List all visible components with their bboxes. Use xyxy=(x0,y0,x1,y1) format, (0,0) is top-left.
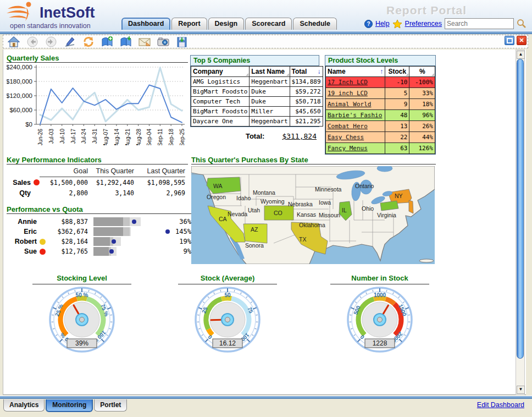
report-portal-window: InetSoft open standards innovation Repor… xyxy=(0,0,532,417)
product-link[interactable]: Easy Chess xyxy=(328,134,364,141)
product-link[interactable]: Fancy Menus xyxy=(328,145,368,152)
product-link[interactable]: 19 inch LCD xyxy=(328,90,368,97)
header-divider xyxy=(0,31,532,34)
bottom-divider xyxy=(0,396,532,399)
map-label-utah: Utah xyxy=(248,207,260,213)
performance-percent: 145% xyxy=(170,228,191,235)
kpi-col-goal: Goal xyxy=(40,166,88,177)
scroll-down-button[interactable]: ▼ xyxy=(517,386,525,394)
table-row: Combat Hero1326% xyxy=(326,121,435,132)
kpi-value: $1,292,440 xyxy=(88,179,134,186)
map-label-ca: CA xyxy=(219,216,227,222)
maximize-button[interactable] xyxy=(505,36,514,45)
tab-scorecard[interactable]: Scorecard xyxy=(245,18,292,30)
tab-design[interactable]: Design xyxy=(208,18,245,30)
top5-total-row: Total: $311,824 xyxy=(190,132,317,140)
refresh-icon[interactable] xyxy=(82,36,95,48)
top5-header-2[interactable]: Total↓ xyxy=(290,67,323,77)
bullet-marker xyxy=(112,239,116,244)
scroll-up-button[interactable]: ▲ xyxy=(517,51,525,59)
product-link[interactable]: Combat Hero xyxy=(328,123,368,130)
edit-dashboard-link[interactable]: Edit Dashboard xyxy=(477,401,524,409)
back-icon[interactable] xyxy=(26,36,38,48)
close-button[interactable]: ✕ xyxy=(517,36,527,45)
snapshot-icon[interactable] xyxy=(157,36,169,48)
performance-name: Annie xyxy=(7,218,37,226)
stock-header-1[interactable]: Stock xyxy=(385,67,409,77)
map-label-il: IL xyxy=(342,207,347,213)
performance-value: $12,765 xyxy=(48,248,88,255)
performance-value: $362,674 xyxy=(48,228,88,235)
dashboard-tab-analytics[interactable]: Analytics xyxy=(3,399,45,411)
tab-dashboard[interactable]: Dashboard xyxy=(121,18,170,30)
performance-row: Eric$362,674145% xyxy=(7,227,191,237)
sort-corner-icon xyxy=(246,73,248,76)
product-link[interactable]: 17 Inch LCD xyxy=(328,79,368,86)
sort-asc-icon[interactable]: ↑ xyxy=(380,68,383,75)
map-label-minnesota: Minnesota xyxy=(315,186,342,193)
performance-name: Eric xyxy=(7,228,37,235)
product-link[interactable]: Barbie's Fashio xyxy=(328,112,382,119)
table-row: Daycare OneHeggenbart$21,295 xyxy=(191,117,323,127)
add-bookmark-icon[interactable] xyxy=(101,36,113,48)
kpi-value: 2,969 xyxy=(134,189,185,197)
stocking-level-gauge-panel: Stocking Level0 %25 %50 %75 %100 %39% xyxy=(32,274,131,360)
us-map[interactable]: WAOregonIdahoMontanaWyomingNevadaUtahCOC… xyxy=(191,166,435,264)
search-input[interactable] xyxy=(445,18,514,29)
gauge-dial: 025507510016.12 xyxy=(192,286,263,358)
sort-corner-icon xyxy=(431,73,434,76)
dashboard-tab-portlet[interactable]: Portlet xyxy=(94,399,127,411)
home-icon[interactable] xyxy=(8,36,20,48)
vertical-scrollbar[interactable]: ▲ ▼ xyxy=(516,50,525,395)
sort-corner-icon xyxy=(406,73,408,76)
scrollbar-thumb[interactable] xyxy=(517,59,524,359)
performance-percent: 9% xyxy=(170,248,191,255)
preferences-star-icon[interactable] xyxy=(392,19,402,29)
gauge-value: 1228 xyxy=(373,339,387,347)
table-row: AMG LogisticsHeggenbart$134,889 xyxy=(191,77,323,87)
state-wa[interactable] xyxy=(207,177,241,194)
email-icon[interactable] xyxy=(138,36,151,48)
performance-status xyxy=(37,249,48,255)
sort-desc-icon[interactable]: ↓ xyxy=(318,68,321,75)
search-icon[interactable] xyxy=(517,19,527,29)
help-link[interactable]: Help xyxy=(375,20,390,28)
kpi-row: Sales$1,500,000$1,292,440$1,098,595 xyxy=(7,177,188,188)
map-label-ohio: Ohio xyxy=(362,205,374,212)
portal-tabs: DashboardReportDesignScorecardSchedule xyxy=(121,18,338,31)
save-bookmark-icon[interactable] xyxy=(120,36,132,48)
preferences-link[interactable]: Preferences xyxy=(405,20,442,28)
top5-total-value[interactable]: $311,824 xyxy=(282,132,317,140)
forward-icon[interactable] xyxy=(45,36,57,48)
performance-percent: 19% xyxy=(170,238,191,245)
map-label-iowa: Iowa xyxy=(319,199,331,206)
table-row: BigMart FoodstoMiller$45,650 xyxy=(191,107,323,117)
state-nj[interactable] xyxy=(409,200,413,213)
performance-row: Sue$12,7659% xyxy=(7,246,191,256)
top5-companies-panel: Top 5 Companies CompanyLast NameTotal↓AM… xyxy=(190,55,319,127)
kpi-col-last-quarter: Last Quarter xyxy=(134,166,185,177)
svg-text:?: ? xyxy=(367,21,370,27)
product-link[interactable]: Animal World xyxy=(328,101,371,108)
table-row: Computer TechDuke$50,718 xyxy=(191,97,323,107)
svg-text:Sep-11: Sep-11 xyxy=(157,129,163,145)
performance-value: $88,837 xyxy=(48,218,88,226)
top5-header-0[interactable]: Company xyxy=(191,67,250,77)
bullet-chart xyxy=(93,237,170,246)
help-icon[interactable]: ? xyxy=(364,20,373,28)
table-row: BigMart FoodstoDuke$59,272 xyxy=(191,87,323,97)
gauge-dial: 0 %25 %50 %75 %100 %39% xyxy=(47,286,117,358)
annotate-icon[interactable] xyxy=(64,36,76,48)
top5-companies-title: Top 5 Companies xyxy=(191,56,319,66)
dashboard-content: Quarterly Sales $0$60,000$120,000$180,00… xyxy=(3,50,526,395)
stock-header-2[interactable]: % xyxy=(409,67,435,77)
save-icon[interactable] xyxy=(176,36,188,48)
stock-header-0[interactable]: Name↑ xyxy=(326,67,385,77)
tab-report[interactable]: Report xyxy=(171,18,207,30)
dashboard-tab-monitoring[interactable]: Monitoring xyxy=(46,399,93,412)
top5-header-1[interactable]: Last Name xyxy=(250,67,290,77)
inetsoft-logo: InetSoft open standards innovation xyxy=(4,1,125,30)
tab-schedule[interactable]: Schedule xyxy=(293,18,337,30)
performance-percent: 36% xyxy=(170,218,191,226)
svg-text:$0: $0 xyxy=(25,121,32,128)
